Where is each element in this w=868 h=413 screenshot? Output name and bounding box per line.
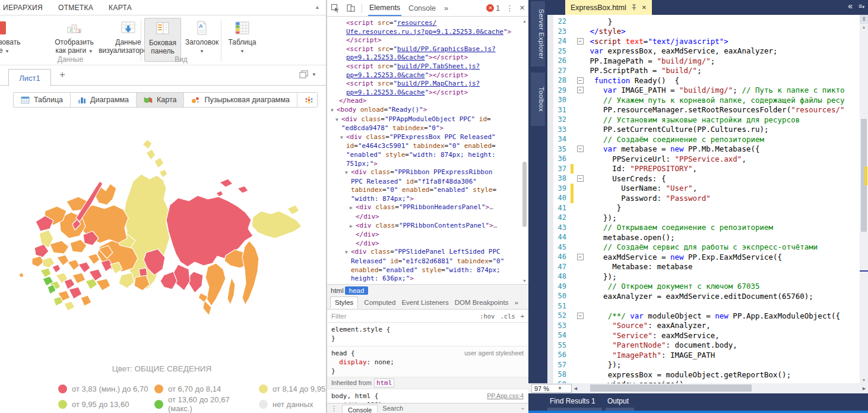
code-line[interactable]: 50eaxAnalyzer = eaxMdService.editDocumen…	[553, 291, 860, 301]
code-line[interactable]: 54"Service": eaxMdService,	[553, 330, 860, 341]
code-line[interactable]: 25var expressBox, eaxMdService, eaxAnaly…	[553, 46, 860, 56]
zoom-select[interactable]: 97 %▼	[531, 384, 572, 393]
code-line[interactable]: 23</style>	[553, 27, 860, 37]
dom-tree-line[interactable]: "width: 874px;">	[327, 195, 528, 204]
drawer-menu-icon[interactable]: ⋮	[331, 405, 337, 412]
dom-tree-line[interactable]: <script src="build/PP.GraphicsBase.js?	[327, 45, 528, 54]
code-line[interactable]: 38−UserCreds: {	[553, 174, 860, 184]
view-tab-bubble-tree[interactable]: Пузырьковое де	[297, 93, 318, 107]
devtools-menu-icon[interactable]: ⋮	[506, 4, 514, 12]
dom-tree-line[interactable]: ▼<div class="PPSlidePanel LeftSided PPC	[327, 248, 528, 257]
drawer-tab-search[interactable]: Search	[382, 405, 403, 412]
code-line[interactable]: 58expressBox = moduleObject.getReportBox…	[553, 370, 860, 380]
code-line[interactable]: 27PP.ScriptPath = "build/";	[553, 66, 860, 76]
code-line[interactable]: 40Password: "Password"	[553, 193, 860, 203]
collapse-panel-icon[interactable]: «	[848, 1, 853, 11]
dom-tree-line[interactable]: ▼<div class="PPRibbon PPExpressRibbon	[327, 168, 528, 178]
rule-element-style[interactable]: element.style {}	[327, 323, 528, 346]
server-explorer-tab[interactable]: Server Explorer	[531, 1, 545, 67]
code-line[interactable]: 44metabase.open();	[553, 232, 860, 242]
code-line[interactable]: 56"ImagePath": IMAGE_PATH	[553, 350, 860, 360]
editor-vertical-scrollbar[interactable]: ⇕ ▲ ▼	[860, 15, 868, 383]
inherited-node[interactable]: html	[374, 379, 395, 387]
dom-tree-line[interactable]: "ed8cda9478" tabindex="0">	[327, 124, 528, 133]
dom-tree-line[interactable]: Released" id="e1fc82d6881" tabindex="0"	[327, 257, 528, 266]
fold-box-icon[interactable]: −	[577, 38, 584, 45]
code-line[interactable]: 49// Откроем документ с ключом 67035	[553, 282, 860, 292]
scroll-left-icon[interactable]: ◀	[572, 386, 579, 391]
ribbon-tab-map[interactable]: КАРТА	[101, 4, 140, 12]
code-line[interactable]: 47Metabase: metabase	[553, 262, 860, 272]
dom-tree-line[interactable]: pp=9.1.25253.0&cache"></script>	[327, 53, 528, 62]
code-line[interactable]: 33PP.setCurrentCulture(PP.Cultures.ru);	[553, 125, 860, 135]
drawer-tab-console[interactable]: Console	[342, 405, 378, 413]
code-line[interactable]: 32// Установим языковые настройки для ре…	[553, 115, 860, 125]
view-tab-chart[interactable]: Диаграмма	[71, 93, 137, 107]
hover-toggle[interactable]: :hov	[480, 313, 495, 320]
dom-tree-line[interactable]: ▼<body onload="Ready()">	[327, 106, 528, 115]
new-rule-button[interactable]: +	[521, 313, 524, 320]
code-line[interactable]: 30// Укажем путь к корневой папке, содер…	[553, 95, 860, 105]
inspect-icon[interactable]	[331, 4, 340, 13]
dom-tree-line[interactable]: ▶<div class="PPRibbonContentsPanel">…	[327, 222, 528, 231]
fold-box-icon[interactable]: −	[577, 146, 584, 152]
code-line[interactable]: 52−/**/ var moduleObject = new PP.App.Ea…	[553, 311, 860, 321]
scroll-down-icon[interactable]: ▼	[860, 378, 868, 382]
fold-box-icon[interactable]: −	[577, 77, 584, 84]
code-line[interactable]: 35−var metabase = new PP.Mb.Metabase({	[553, 144, 860, 155]
error-badge[interactable]: ✕ 1	[486, 4, 500, 12]
code-line[interactable]: 24−<script text="text/javascript">	[553, 36, 860, 46]
window-layout-button[interactable]: ▼	[299, 70, 316, 78]
scroll-down-icon[interactable]: ▼	[521, 279, 528, 283]
dom-tree-line[interactable]: <script src="resources/	[327, 19, 528, 28]
code-line[interactable]: 26PP.ImagePath = "build/img/";	[553, 56, 860, 66]
fold-box-icon[interactable]: −	[577, 313, 584, 319]
dom-tree-line[interactable]: </div>	[327, 239, 528, 248]
dom-tree-line[interactable]: tabindex="0" enabled="enabled" style=	[327, 186, 528, 195]
show-as-ranks-button[interactable]: 2 1 3 Отобразить как ранги ▼	[49, 18, 100, 56]
russia-map[interactable]	[17, 122, 323, 327]
ribbon-collapse-icon[interactable]: ▲	[315, 4, 320, 10]
splitter-handle[interactable]: ⇕	[860, 15, 868, 24]
dom-tree-line[interactable]: </head>	[327, 97, 528, 106]
drawer-collapse-icon[interactable]: ⌄	[520, 405, 525, 411]
tab-event-listeners[interactable]: Event Listeners	[401, 299, 448, 306]
stylesheet-link[interactable]: PP.App.css:4	[487, 392, 524, 401]
devtools-tab-elements[interactable]: Elements	[368, 1, 401, 16]
sheet-tab-list1[interactable]: Лист1	[8, 69, 51, 86]
code-line[interactable]: 34// Создаём соединение с репозиторием	[553, 134, 860, 144]
code-line[interactable]: 41}	[553, 203, 860, 213]
tab-computed[interactable]: Computed	[364, 299, 395, 306]
toolbox-tab[interactable]: Toolbox	[531, 72, 545, 126]
title-button[interactable]: A Заголовок ▼	[184, 18, 220, 56]
ribbon-tab-hierarchy[interactable]: ИЕРАРХИЯ	[0, 4, 50, 12]
more-style-tabs-icon[interactable]: »	[514, 299, 518, 306]
breakpoint-margin[interactable]	[547, 15, 553, 383]
code-line[interactable]: 57});	[553, 360, 860, 370]
fold-box-icon[interactable]: −	[577, 87, 584, 93]
more-tabs-icon[interactable]: »	[443, 1, 449, 15]
dom-tree-line[interactable]: ▶<div class="PPRibbonHeadersPanel">…	[327, 203, 528, 213]
dom-tree-line[interactable]: id="e464c3c5901" tabindex="0" enabled=	[327, 142, 528, 151]
ribbon-cut-button[interactable]: зовать е ▼	[0, 18, 33, 56]
dom-tree-line[interactable]: height: 636px;">	[327, 275, 528, 283]
scroll-right-icon[interactable]: ▶	[860, 386, 868, 391]
devtools-close-icon[interactable]: ✕	[519, 4, 525, 12]
code-line[interactable]: 51	[553, 301, 860, 311]
dom-tree-line[interactable]: PPC Released" id="f1fa8f48da306"	[327, 178, 528, 187]
table-button[interactable]: Таблица ▼	[224, 18, 260, 56]
code-line[interactable]: 42});	[553, 213, 860, 223]
dom-tree-line[interactable]: ▼<div class="PPAppModuleObject PPC" id=	[327, 115, 528, 125]
dom-tree-line[interactable]: </div>	[327, 213, 528, 222]
code-editor[interactable]: 22}23</style>24−<script text="text/javas…	[547, 15, 860, 383]
code-line[interactable]: 29−var IMAGE_PATH = "build/img/"; // Пут…	[553, 86, 860, 96]
fold-box-icon[interactable]: −	[577, 175, 584, 182]
pin-icon[interactable]	[631, 4, 637, 11]
code-line[interactable]: 31PP.resourceManager.setRootResourcesFol…	[553, 105, 860, 115]
scroll-up-icon[interactable]: ▲	[860, 25, 868, 29]
code-line[interactable]: 46−eaxMdService = new PP.Exp.EaxMdServic…	[553, 252, 860, 262]
code-line[interactable]: 36PPServiceUrl: "PPService.axd",	[553, 154, 860, 164]
horizontal-scrollbar[interactable]	[579, 383, 860, 393]
fold-box-icon[interactable]: −	[577, 254, 584, 260]
rule-head[interactable]: head { user agent stylesheet display: no…	[327, 346, 528, 377]
